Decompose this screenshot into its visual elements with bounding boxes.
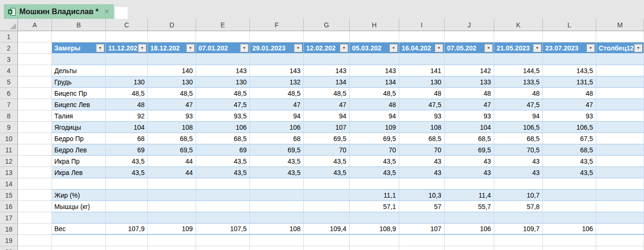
row-header-3[interactable]: 3 xyxy=(0,54,18,65)
row-label-9[interactable]: Ягодицы xyxy=(52,122,106,133)
cell-K13[interactable]: 43 xyxy=(494,167,543,178)
column-header-L[interactable]: L xyxy=(543,19,596,31)
cell-G13[interactable]: 43,5 xyxy=(304,167,350,178)
cell-L8[interactable]: 93 xyxy=(543,110,596,122)
cell-M4[interactable] xyxy=(596,65,644,76)
table-header-G2[interactable]: 12.02.202▼ xyxy=(304,42,350,54)
cell-I19[interactable] xyxy=(399,235,445,246)
cell-G3[interactable] xyxy=(304,54,350,65)
cell-E18[interactable]: 107,5 xyxy=(196,224,250,235)
cell-C3[interactable] xyxy=(106,54,148,65)
cell-K19[interactable] xyxy=(494,235,543,246)
cell-J1[interactable] xyxy=(445,31,494,42)
cell-L6[interactable]: 48 xyxy=(543,88,596,99)
cell-M6[interactable] xyxy=(596,88,644,99)
cell-E9[interactable]: 106 xyxy=(196,122,250,133)
filter-button[interactable]: ▼ xyxy=(138,44,146,52)
cell-A9[interactable] xyxy=(18,122,52,133)
row-header-1[interactable]: 1 xyxy=(0,31,18,42)
filter-button[interactable]: ▼ xyxy=(186,44,195,52)
cell-L7[interactable]: 47 xyxy=(543,99,596,110)
cell-C11[interactable]: 69 xyxy=(106,144,148,156)
cell-E4[interactable]: 143 xyxy=(196,65,250,76)
table-header-E2[interactable]: 07.01.202▼ xyxy=(196,42,250,54)
row-header-9[interactable]: 9 xyxy=(0,122,18,133)
cell-E14[interactable] xyxy=(196,178,250,190)
cell-C17[interactable] xyxy=(106,212,148,224)
filter-button[interactable]: ▼ xyxy=(240,44,249,52)
row-label-13[interactable]: Икра Лев xyxy=(52,167,106,178)
row-label-3[interactable] xyxy=(52,54,106,65)
cell-A16[interactable] xyxy=(18,201,52,212)
cell-A1[interactable] xyxy=(18,31,52,42)
cell-L20[interactable] xyxy=(543,246,596,250)
row-header-8[interactable]: 8 xyxy=(0,110,18,122)
cell-E7[interactable]: 47,5 xyxy=(196,99,250,110)
cell-M8[interactable] xyxy=(596,110,644,122)
cell-E17[interactable] xyxy=(196,212,250,224)
cell-C16[interactable] xyxy=(106,201,148,212)
cell-F5[interactable]: 132 xyxy=(250,76,304,88)
cell-D20[interactable] xyxy=(148,246,196,250)
cell-L9[interactable]: 106,5 xyxy=(543,122,596,133)
cell-H9[interactable]: 109 xyxy=(350,122,399,133)
row-header-16[interactable]: 16 xyxy=(0,201,18,212)
table-header-I2[interactable]: 16.04.202▼ xyxy=(399,42,445,54)
cell-C4[interactable] xyxy=(106,65,148,76)
cell-I4[interactable]: 141 xyxy=(399,65,445,76)
cell-I5[interactable]: 130 xyxy=(399,76,445,88)
cell-G17[interactable] xyxy=(304,212,350,224)
cell-K14[interactable] xyxy=(494,178,543,190)
cell-K16[interactable]: 57,8 xyxy=(494,201,543,212)
cell-I18[interactable]: 107 xyxy=(399,224,445,235)
cell-D13[interactable]: 44 xyxy=(148,167,196,178)
cell-H20[interactable] xyxy=(350,246,399,250)
cell-H17[interactable] xyxy=(350,212,399,224)
tab-close-icon[interactable]: ✕ xyxy=(104,8,109,15)
row-header-12[interactable]: 12 xyxy=(0,156,18,167)
row-label-7[interactable]: Бицепс Лев xyxy=(52,99,106,110)
cell-K10[interactable]: 68,5 xyxy=(494,133,543,144)
cell-D1[interactable] xyxy=(148,31,196,42)
cell-J9[interactable]: 104 xyxy=(445,122,494,133)
cell-M3[interactable] xyxy=(596,54,644,65)
cell-C12[interactable]: 43,5 xyxy=(106,156,148,167)
cell-I11[interactable]: 70 xyxy=(399,144,445,156)
cell-C10[interactable]: 68 xyxy=(106,133,148,144)
row-header-6[interactable]: 6 xyxy=(0,88,18,99)
cell-F9[interactable]: 106 xyxy=(250,122,304,133)
cell-C5[interactable]: 130 xyxy=(106,76,148,88)
cell-L12[interactable]: 43,5 xyxy=(543,156,596,167)
column-header-D[interactable]: D xyxy=(148,19,196,31)
cell-G11[interactable]: 70 xyxy=(304,144,350,156)
cell-J19[interactable] xyxy=(445,235,494,246)
cell-L11[interactable]: 68,5 xyxy=(543,144,596,156)
cell-I9[interactable]: 108 xyxy=(399,122,445,133)
cell-C15[interactable] xyxy=(106,190,148,201)
cell-J6[interactable]: 48 xyxy=(445,88,494,99)
cell-L10[interactable]: 67,5 xyxy=(543,133,596,144)
cell-M17[interactable] xyxy=(596,212,644,224)
filter-button[interactable]: ▼ xyxy=(484,44,493,52)
table-header-L2[interactable]: 23.07.2023▼ xyxy=(543,42,596,54)
cell-H3[interactable] xyxy=(350,54,399,65)
cell-C8[interactable]: 92 xyxy=(106,110,148,122)
cell-I1[interactable] xyxy=(399,31,445,42)
row-header-2[interactable]: 2 xyxy=(0,42,18,54)
cell-I7[interactable]: 47,5 xyxy=(399,99,445,110)
cell-D9[interactable]: 108 xyxy=(148,122,196,133)
column-header-F[interactable]: F xyxy=(250,19,304,31)
cell-M12[interactable] xyxy=(596,156,644,167)
table-header-J2[interactable]: 07.05.202▼ xyxy=(445,42,494,54)
cell-M5[interactable] xyxy=(596,76,644,88)
cell-M1[interactable] xyxy=(596,31,644,42)
cell-H12[interactable]: 43,5 xyxy=(350,156,399,167)
cell-G19[interactable] xyxy=(304,235,350,246)
cell-L19[interactable] xyxy=(543,235,596,246)
workbook-tab[interactable]: X Мошкин Владислав * ✕ xyxy=(4,4,114,19)
cell-J4[interactable]: 142 xyxy=(445,65,494,76)
cell-J5[interactable]: 133 xyxy=(445,76,494,88)
cell-H16[interactable]: 57,1 xyxy=(350,201,399,212)
cell-J3[interactable] xyxy=(445,54,494,65)
cell-B1[interactable] xyxy=(52,31,106,42)
